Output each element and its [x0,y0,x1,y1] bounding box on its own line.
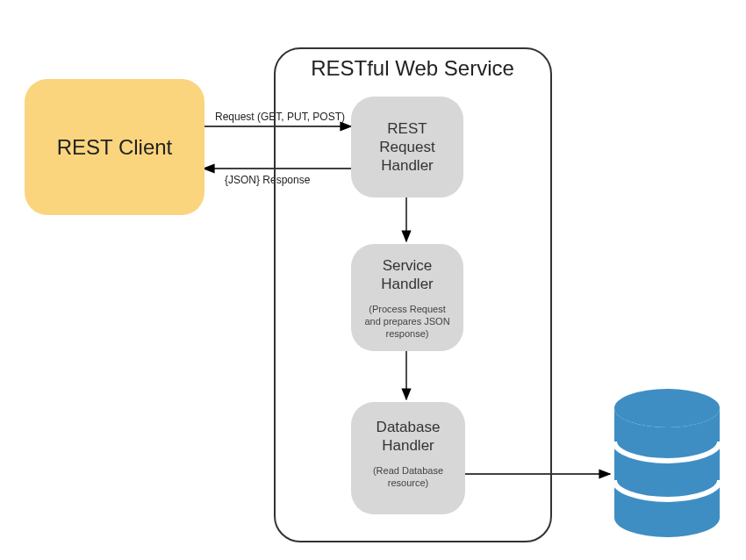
service-handler-title: Service Handler [381,256,434,294]
container-title: RESTful Web Service [298,56,527,81]
database-handler-title: Database Handler [377,418,441,456]
service-handler-subtitle: (Process Request and prepares JSON respo… [351,303,463,341]
node-database-handler: Database Handler (Read Database resource… [351,402,465,514]
database-icon [610,386,724,540]
request-handler-title: REST Request Handler [379,119,434,176]
svg-point-0 [614,389,720,427]
node-rest-client: REST Client [25,79,204,215]
node-rest-request-handler: REST Request Handler [351,97,463,197]
diagram-canvas: REST Client Request (GET, PUT, POST) {JS… [0,0,746,560]
database-handler-subtitle: (Read Database resource) [351,464,465,490]
node-service-handler: Service Handler (Process Request and pre… [351,244,463,351]
client-label: REST Client [57,135,173,160]
